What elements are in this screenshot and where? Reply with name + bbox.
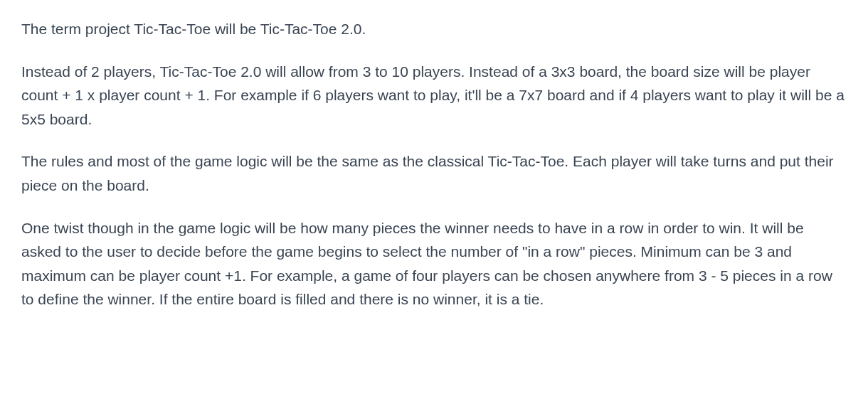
paragraph-players-board: Instead of 2 players, Tic-Tac-Toe 2.0 wi… [21,60,847,132]
paragraph-rules: The rules and most of the game logic wil… [21,149,847,197]
paragraph-intro: The term project Tic-Tac-Toe will be Tic… [21,17,847,41]
paragraph-win-condition: One twist though in the game logic will … [21,216,847,312]
